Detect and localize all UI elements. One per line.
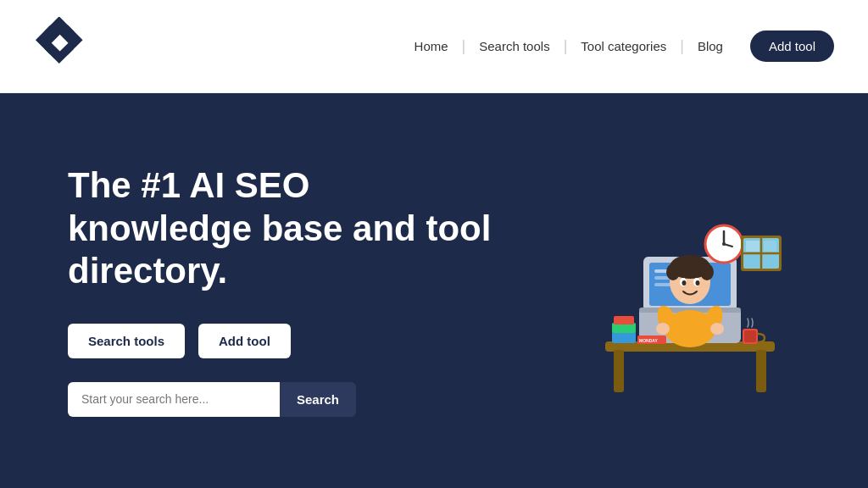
nav-blog[interactable]: Blog bbox=[684, 39, 737, 53]
svg-point-26 bbox=[682, 280, 687, 286]
hero-title: The #1 AI SEO knowledge base and tool di… bbox=[68, 164, 492, 292]
svg-rect-6 bbox=[614, 350, 624, 392]
search-input[interactable] bbox=[68, 382, 280, 417]
svg-rect-44 bbox=[614, 316, 634, 324]
svg-point-27 bbox=[696, 280, 700, 286]
hero-section: The #1 AI SEO knowledge base and tool di… bbox=[0, 93, 868, 488]
search-bar: Search bbox=[68, 382, 356, 417]
search-button[interactable]: Search bbox=[280, 382, 356, 417]
svg-text:MONDAY: MONDAY bbox=[639, 338, 658, 343]
nav-search-tools[interactable]: Search tools bbox=[465, 39, 563, 53]
add-tool-button[interactable]: Add tool bbox=[198, 324, 291, 358]
hero-content: The #1 AI SEO knowledge base and tool di… bbox=[68, 164, 492, 416]
logo[interactable] bbox=[34, 17, 93, 76]
svg-rect-41 bbox=[744, 330, 756, 342]
search-tools-button[interactable]: Search tools bbox=[68, 324, 185, 358]
nav-add-tool-button[interactable]: Add tool bbox=[750, 30, 834, 62]
svg-point-23 bbox=[700, 263, 714, 280]
svg-point-33 bbox=[722, 242, 726, 246]
hero-illustration: MONDAY bbox=[546, 164, 800, 418]
svg-rect-7 bbox=[756, 350, 766, 392]
nav-home[interactable]: Home bbox=[401, 39, 462, 53]
svg-point-22 bbox=[666, 263, 680, 280]
svg-rect-39 bbox=[764, 241, 776, 252]
svg-point-18 bbox=[656, 323, 670, 335]
nav-tool-categories[interactable]: Tool categories bbox=[567, 39, 680, 53]
svg-point-19 bbox=[710, 323, 724, 335]
header: Home | Search tools | Tool categories | … bbox=[0, 0, 868, 93]
navigation: Home | Search tools | Tool categories | … bbox=[401, 30, 834, 62]
svg-rect-42 bbox=[612, 331, 636, 343]
hero-buttons: Search tools Add tool bbox=[68, 324, 492, 358]
svg-rect-38 bbox=[746, 241, 760, 252]
hero-svg: MONDAY bbox=[554, 172, 792, 409]
